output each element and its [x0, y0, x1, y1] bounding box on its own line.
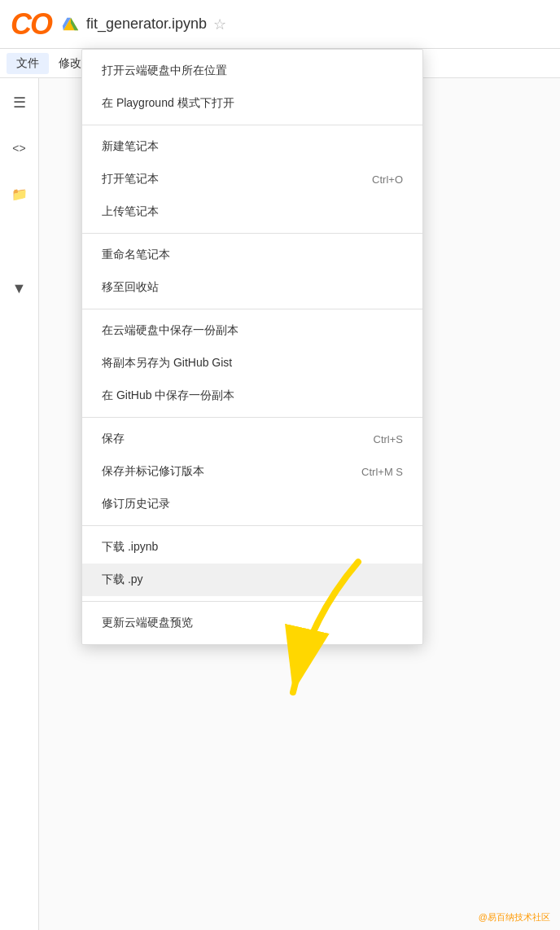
- dropdown-item-playground[interactable]: 在 Playground 模式下打开: [82, 87, 422, 120]
- dropdown-item-label: 在 Playground 模式下打开: [102, 96, 234, 111]
- dropdown-item-label: 上传笔记本: [102, 204, 159, 219]
- dropdown-item-label: 在云端硬盘中保存一份副本: [102, 323, 238, 338]
- dropdown-section-5: 保存 Ctrl+S 保存并标记修订版本 Ctrl+M S 修订历史记录: [82, 418, 422, 526]
- sidebar-arrow-btn[interactable]: ▼: [5, 274, 34, 303]
- dropdown-item-label: 移至回收站: [102, 280, 159, 295]
- dropdown-section-7: 更新云端硬盘预览: [82, 602, 422, 644]
- dropdown-item-label: 修订历史记录: [102, 497, 170, 511]
- app-logo: CO: [7, 0, 55, 49]
- dropdown-item-label: 将副本另存为 GitHub Gist: [102, 356, 232, 371]
- dropdown-item-shortcut: Ctrl+O: [372, 173, 403, 186]
- dropdown-section-1: 打开云端硬盘中所在位置 在 Playground 模式下打开: [82, 50, 422, 125]
- dropdown-item-label: 保存: [102, 432, 125, 446]
- star-icon[interactable]: ☆: [213, 15, 226, 33]
- dropdown-item-trash[interactable]: 移至回收站: [82, 271, 422, 304]
- dropdown-item-shortcut: Ctrl+M S: [361, 466, 403, 478]
- dropdown-item-rename[interactable]: 重命名笔记本: [82, 239, 422, 271]
- dropdown-section-2: 新建笔记本 打开笔记本 Ctrl+O 上传笔记本: [82, 125, 422, 234]
- dropdown-item-open-notebook[interactable]: 打开笔记本 Ctrl+O: [82, 163, 422, 195]
- file-dropdown-menu: 打开云端硬盘中所在位置 在 Playground 模式下打开 新建笔记本 打开笔…: [81, 49, 423, 645]
- code-icon: <>: [12, 142, 25, 155]
- menu-item-file[interactable]: 文件: [7, 53, 49, 74]
- logo-text: CO: [11, 7, 51, 42]
- dropdown-item-save-revision[interactable]: 保存并标记修订版本 Ctrl+M S: [82, 455, 422, 488]
- title-area: fit_generator.ipynb ☆: [62, 15, 226, 33]
- dropdown-section-3: 重命名笔记本 移至回收站: [82, 234, 422, 309]
- dropdown-item-upload-notebook[interactable]: 上传笔记本: [82, 195, 422, 228]
- dropdown-item-save-copy-drive[interactable]: 在云端硬盘中保存一份副本: [82, 314, 422, 347]
- dropdown-item-download-py[interactable]: 下载 .py: [82, 564, 422, 596]
- dropdown-item-save[interactable]: 保存 Ctrl+S: [82, 423, 422, 455]
- dropdown-item-label: 保存并标记修订版本: [102, 464, 204, 479]
- drive-icon: [62, 15, 80, 33]
- dropdown-item-save-github[interactable]: 在 GitHub 中保存一份副本: [82, 379, 422, 412]
- dropdown-item-label: 打开云端硬盘中所在位置: [102, 64, 227, 78]
- sidebar-menu-btn[interactable]: ☰: [5, 88, 34, 117]
- file-title: fit_generator.ipynb: [86, 15, 207, 33]
- sidebar-folder-btn[interactable]: 📁: [5, 179, 34, 208]
- dropdown-item-label: 下载 .py: [102, 572, 143, 587]
- watermark: @易百纳技术社区: [479, 911, 550, 923]
- arrow-down-icon: ▼: [12, 280, 27, 297]
- dropdown-item-revision-history[interactable]: 修订历史记录: [82, 488, 422, 520]
- dropdown-item-label: 重命名笔记本: [102, 248, 170, 262]
- dropdown-item-open-drive[interactable]: 打开云端硬盘中所在位置: [82, 55, 422, 87]
- sidebar: ☰ <> 📁 ▼: [0, 78, 39, 930]
- dropdown-item-label: 更新云端硬盘预览: [102, 616, 193, 630]
- top-bar: CO fit_generator.ipynb ☆: [0, 0, 560, 49]
- dropdown-item-save-gist[interactable]: 将副本另存为 GitHub Gist: [82, 347, 422, 379]
- folder-icon: 📁: [11, 186, 28, 202]
- dropdown-section-6: 下载 .ipynb 下载 .py: [82, 526, 422, 602]
- dropdown-item-new-notebook[interactable]: 新建笔记本: [82, 130, 422, 163]
- dropdown-item-label: 下载 .ipynb: [102, 540, 158, 555]
- dropdown-section-4: 在云端硬盘中保存一份副本 将副本另存为 GitHub Gist 在 GitHub…: [82, 309, 422, 418]
- dropdown-item-download-ipynb[interactable]: 下载 .ipynb: [82, 531, 422, 564]
- sidebar-code-btn[interactable]: <>: [5, 134, 34, 163]
- dropdown-item-label: 在 GitHub 中保存一份副本: [102, 388, 234, 403]
- dropdown-item-label: 新建笔记本: [102, 139, 159, 154]
- menu-icon: ☰: [13, 94, 26, 112]
- dropdown-item-shortcut: Ctrl+S: [374, 433, 403, 445]
- dropdown-item-label: 打开笔记本: [102, 172, 159, 186]
- dropdown-item-update-preview[interactable]: 更新云端硬盘预览: [82, 607, 422, 639]
